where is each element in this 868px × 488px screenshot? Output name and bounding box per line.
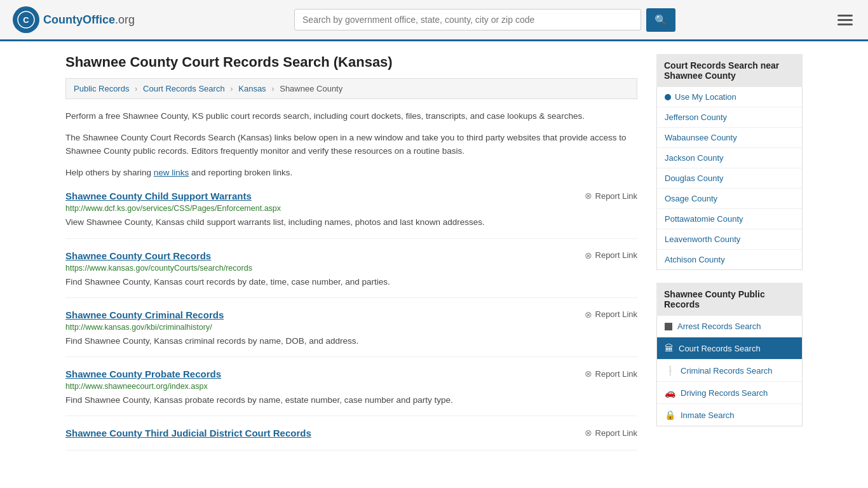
result-header: Shawnee County Criminal Records ⊗ Report…	[65, 309, 637, 320]
inmate-icon: 🔒	[665, 410, 675, 420]
public-record-link-3[interactable]: 🚗Driving Records Search	[657, 382, 802, 403]
result-url-3[interactable]: http://www.shawneecourt.org/index.aspx	[65, 382, 637, 391]
public-record-item[interactable]: 🚗Driving Records Search	[657, 382, 802, 404]
nearby-county-link-3[interactable]: Douglas County	[657, 168, 802, 188]
nearby-county-link-0[interactable]: Jefferson County	[657, 107, 802, 127]
nearby-county-item[interactable]: Wabaunsee County	[657, 128, 802, 148]
criminal-icon: ❕	[665, 365, 675, 376]
result-header: Shawnee County Court Records ⊗ Report Li…	[65, 250, 637, 261]
nearby-section: Court Records Search near Shawnee County…	[656, 54, 803, 270]
result-desc-2: Find Shawnee County, Kansas criminal rec…	[65, 335, 637, 348]
result-header: Shawnee County Third Judicial District C…	[65, 428, 637, 438]
nearby-county-item[interactable]: Jefferson County	[657, 107, 802, 128]
nearby-header: Court Records Search near Shawnee County	[656, 54, 803, 87]
result-title-3[interactable]: Shawnee County Probate Records	[65, 369, 221, 379]
menu-icon	[837, 15, 853, 17]
result-title-1[interactable]: Shawnee County Court Records	[65, 250, 211, 261]
result-url-2[interactable]: http://www.kansas.gov/kbi/criminalhistor…	[65, 323, 637, 332]
new-links-link[interactable]: new links	[154, 168, 189, 177]
nearby-county-item[interactable]: Jackson County	[657, 148, 802, 168]
result-title-4[interactable]: Shawnee County Third Judicial District C…	[65, 428, 311, 438]
right-sidebar: Court Records Search near Shawnee County…	[656, 54, 803, 451]
use-location-link[interactable]: Use My Location	[657, 87, 802, 107]
report-icon: ⊗	[585, 191, 592, 201]
breadcrumb-kansas[interactable]: Kansas	[238, 84, 266, 93]
report-icon: ⊗	[585, 428, 592, 438]
arrest-icon	[665, 323, 672, 330]
public-records-section: Shawnee County Public Records Arrest Rec…	[656, 283, 803, 426]
result-item: Shawnee County Child Support Warrants ⊗ …	[65, 191, 637, 238]
site-header: C CountyOffice.org 🔍	[0, 0, 868, 41]
public-record-item[interactable]: 🔒Inmate Search	[657, 404, 802, 426]
report-link-1[interactable]: ⊗ Report Link	[585, 250, 637, 261]
breadcrumb-current: Shawnee County	[280, 84, 342, 93]
report-link-0[interactable]: ⊗ Report Link	[585, 191, 637, 201]
nearby-county-link-6[interactable]: Leavenworth County	[657, 229, 802, 249]
page-title: Shawnee County Court Records Search (Kan…	[65, 54, 637, 71]
result-item: Shawnee County Criminal Records ⊗ Report…	[65, 309, 637, 357]
report-link-2[interactable]: ⊗ Report Link	[585, 309, 637, 320]
nearby-county-item[interactable]: Leavenworth County	[657, 229, 802, 250]
results-list: Shawnee County Child Support Warrants ⊗ …	[65, 191, 637, 451]
report-icon: ⊗	[585, 250, 592, 261]
nearby-county-link-4[interactable]: Osage County	[657, 189, 802, 208]
result-header: Shawnee County Probate Records ⊗ Report …	[65, 369, 637, 379]
public-record-link-1[interactable]: 🏛Court Records Search	[657, 337, 802, 359]
report-icon: ⊗	[585, 369, 592, 379]
report-link-label: Report Link	[595, 428, 637, 438]
result-item: Shawnee County Third Judicial District C…	[65, 428, 637, 451]
result-desc-0: View Shawnee County, Kansas child suppor…	[65, 216, 637, 229]
logo-area[interactable]: C CountyOffice.org	[13, 6, 135, 33]
location-icon	[665, 94, 671, 100]
nearby-county-item[interactable]: Atchison County	[657, 250, 802, 269]
result-title-0[interactable]: Shawnee County Child Support Warrants	[65, 191, 252, 201]
nearby-county-item[interactable]: Pottawatomie County	[657, 209, 802, 229]
nearby-county-link-7[interactable]: Atchison County	[657, 250, 802, 269]
report-link-3[interactable]: ⊗ Report Link	[585, 369, 637, 379]
nearby-county-link-2[interactable]: Jackson County	[657, 148, 802, 168]
result-desc-3: Find Shawnee County, Kansas probate reco…	[65, 394, 637, 407]
result-header: Shawnee County Child Support Warrants ⊗ …	[65, 191, 637, 201]
breadcrumb-public-records[interactable]: Public Records	[74, 84, 129, 93]
public-record-link-4[interactable]: 🔒Inmate Search	[657, 404, 802, 426]
public-records-header: Shawnee County Public Records	[656, 283, 803, 316]
report-link-label: Report Link	[595, 250, 637, 260]
logo-text: CountyOffice.org	[43, 13, 135, 27]
public-record-item[interactable]: Arrest Records Search	[657, 316, 802, 337]
public-records-list: Arrest Records Search🏛Court Records Sear…	[656, 316, 803, 426]
menu-icon	[837, 19, 853, 21]
nearby-county-link-1[interactable]: Wabaunsee County	[657, 128, 802, 147]
report-link-label: Report Link	[595, 309, 637, 319]
report-link-4[interactable]: ⊗ Report Link	[585, 428, 637, 438]
search-icon: 🔍	[654, 15, 667, 25]
menu-button[interactable]	[835, 12, 855, 28]
driving-icon: 🚗	[665, 388, 675, 398]
svg-text:C: C	[23, 15, 29, 25]
menu-icon	[837, 24, 853, 25]
nearby-county-item[interactable]: Douglas County	[657, 168, 802, 189]
nearby-county-item[interactable]: Osage County	[657, 189, 802, 209]
search-input[interactable]	[294, 9, 641, 30]
result-item: Shawnee County Court Records ⊗ Report Li…	[65, 250, 637, 298]
nearby-counties-list: Use My Location Jefferson CountyWabaunse…	[656, 87, 803, 270]
nearby-county-link-5[interactable]: Pottawatomie County	[657, 209, 802, 229]
public-record-item[interactable]: 🏛Court Records Search	[657, 337, 802, 360]
result-url-0[interactable]: http://www.dcf.ks.gov/services/CSS/Pages…	[65, 204, 637, 213]
result-url-1[interactable]: https://www.kansas.gov/countyCourts/sear…	[65, 264, 637, 273]
report-link-label: Report Link	[595, 191, 637, 201]
result-item: Shawnee County Probate Records ⊗ Report …	[65, 369, 637, 416]
report-link-label: Report Link	[595, 369, 637, 379]
intro-paragraph-2: The Shawnee County Court Records Search …	[65, 131, 637, 158]
breadcrumb-court-records[interactable]: Court Records Search	[143, 84, 225, 93]
result-title-2[interactable]: Shawnee County Criminal Records	[65, 309, 224, 320]
public-record-link-0[interactable]: Arrest Records Search	[657, 316, 802, 337]
public-record-item[interactable]: ❕Criminal Records Search	[657, 360, 802, 382]
main-layout: Shawnee County Court Records Search (Kan…	[53, 41, 815, 451]
intro-paragraph-1: Perform a free Shawnee County, KS public…	[65, 109, 637, 123]
logo-icon: C	[13, 6, 39, 33]
use-location-item[interactable]: Use My Location	[657, 87, 802, 107]
report-icon: ⊗	[585, 309, 592, 320]
breadcrumb: Public Records › Court Records Search › …	[65, 78, 637, 99]
public-record-link-2[interactable]: ❕Criminal Records Search	[657, 360, 802, 381]
search-button[interactable]: 🔍	[646, 8, 675, 32]
